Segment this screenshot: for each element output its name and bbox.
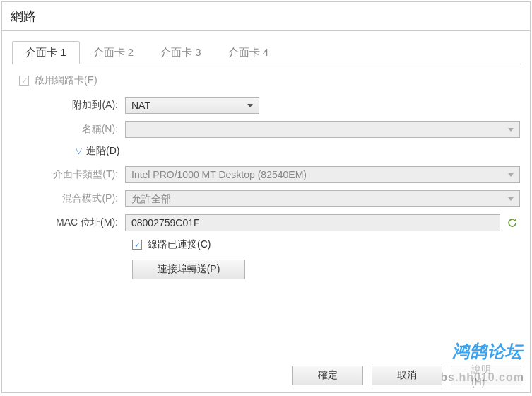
ok-button[interactable]: 確定 (292, 366, 363, 385)
mac-address-label: MAC 位址(M): (12, 216, 125, 229)
promiscuous-mode-label: 混合模式(P): (12, 192, 125, 205)
chevron-down-icon: ▽ (76, 146, 82, 156)
advanced-label: 進階(D) (86, 145, 119, 158)
mac-address-input[interactable]: 08002759C01F (125, 214, 500, 231)
tab-adapter-1[interactable]: 介面卡 1 (12, 41, 80, 64)
help-button[interactable]: 說明(H) (451, 366, 521, 385)
enable-adapter-checkbox[interactable]: ✓ (19, 76, 29, 86)
promiscuous-mode-dropdown: 允許全部 (125, 190, 520, 207)
dialog-buttons: 確定 取消 說明(H) (292, 366, 521, 385)
window-title: 網路 (2, 2, 530, 31)
adapter-type-dropdown: Intel PRO/1000 MT Desktop (82540EM) (125, 166, 520, 183)
cancel-button[interactable]: 取消 (372, 366, 442, 385)
name-label: 名稱(N): (12, 123, 125, 136)
cable-connected-label: 線路已連接(C) (148, 238, 211, 251)
tab-adapter-4[interactable]: 介面卡 4 (215, 41, 283, 64)
watermark-logo: 鸿鹄论坛 (452, 340, 523, 363)
network-settings-window: 網路 介面卡 1 介面卡 2 介面卡 3 介面卡 4 ✓ 啟用網路卡(E) 附加… (1, 1, 531, 393)
enable-adapter-label: 啟用網路卡(E) (35, 74, 97, 87)
tab-adapter-2[interactable]: 介面卡 2 (80, 41, 148, 64)
refresh-mac-icon[interactable] (504, 215, 520, 231)
adapter-tabs: 介面卡 1 介面卡 2 介面卡 3 介面卡 4 (12, 41, 521, 64)
advanced-toggle[interactable]: ▽ 進階(D) (12, 145, 520, 158)
enable-adapter-row: ✓ 啟用網路卡(E) (12, 74, 520, 87)
port-forwarding-button[interactable]: 連接埠轉送(P) (132, 260, 245, 279)
name-dropdown (125, 121, 520, 138)
attached-to-dropdown[interactable]: NAT (125, 97, 259, 114)
tab-adapter-3[interactable]: 介面卡 3 (147, 41, 215, 64)
adapter-form: ✓ 啟用網路卡(E) 附加到(A): NAT 名稱(N): ▽ 進階(D) 介面… (2, 64, 530, 279)
cable-connected-checkbox[interactable]: ✓ (132, 240, 142, 250)
adapter-type-label: 介面卡類型(T): (12, 168, 125, 181)
attached-to-label: 附加到(A): (12, 99, 125, 112)
